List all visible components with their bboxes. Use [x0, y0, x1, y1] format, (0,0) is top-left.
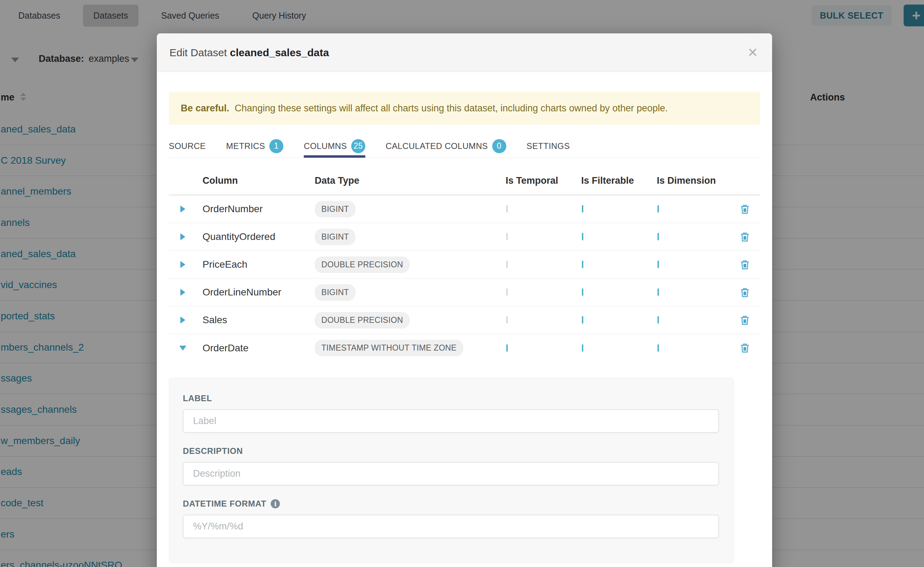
column-name: Sales	[197, 314, 309, 326]
edit-dataset-modal: Edit Dataset cleaned_sales_data ✕ Be car…	[157, 33, 772, 567]
collapse-caret-icon[interactable]	[179, 346, 187, 351]
data-type-pill: TIMESTAMP WITHOUT TIME ZONE	[315, 340, 464, 356]
expand-caret-icon[interactable]	[181, 206, 185, 213]
page: Databases Datasets Saved Queries Query H…	[0, 0, 924, 567]
columns-count-badge: 25	[351, 139, 365, 153]
trash-icon	[739, 204, 750, 214]
is-dimension-checkbox[interactable]	[658, 205, 659, 213]
column-row-orderdate: OrderDate TIMESTAMP WITHOUT TIME ZONE	[169, 334, 760, 362]
column-row-priceeach: PriceEach DOUBLE PRECISION	[169, 251, 760, 279]
expand-caret-icon[interactable]	[181, 261, 185, 268]
metrics-count-badge: 1	[269, 139, 283, 153]
is-temporal-checkbox[interactable]	[506, 261, 508, 268]
calculated-columns-count-badge: 0	[492, 139, 506, 153]
tab-source[interactable]: SOURCE	[169, 135, 206, 158]
is-filterable-checkbox[interactable]	[582, 205, 583, 213]
data-type-pill: DOUBLE PRECISION	[315, 312, 409, 328]
expand-caret-icon[interactable]	[181, 233, 185, 240]
is-temporal-checkbox[interactable]	[506, 205, 508, 213]
tab-label: CALCULATED COLUMNS	[386, 141, 488, 151]
column-row-ordernumber: OrderNumber BIGINT	[169, 195, 760, 223]
is-dimension-checkbox[interactable]	[658, 261, 659, 268]
tab-label: SOURCE	[169, 141, 206, 151]
is-temporal-checkbox[interactable]	[506, 316, 508, 324]
is-dimension-checkbox[interactable]	[658, 344, 659, 352]
datetime-format-field-title: DATETIME FORMAT	[183, 499, 718, 508]
modal-title: Edit Dataset cleaned_sales_data	[170, 47, 329, 58]
is-filterable-checkbox[interactable]	[582, 233, 583, 240]
info-icon[interactable]	[271, 499, 280, 508]
delete-column-button[interactable]	[730, 287, 760, 298]
is-dimension-checkbox[interactable]	[658, 288, 659, 296]
column-row-orderlinenumber: OrderLineNumber BIGINT	[169, 279, 760, 306]
is-dimension-checkbox[interactable]	[658, 316, 659, 324]
expand-caret-icon[interactable]	[181, 316, 185, 324]
is-temporal-checkbox[interactable]	[506, 288, 508, 296]
data-type-pill: BIGINT	[315, 229, 355, 245]
tab-label: METRICS	[226, 141, 265, 151]
modal-tabs: SOURCE METRICS 1 COLUMNS 25 CALCULATED C…	[169, 135, 760, 158]
delete-column-button[interactable]	[730, 204, 760, 214]
column-name: PriceEach	[197, 259, 309, 270]
column-row-quantityordered: QuantityOrdered BIGINT	[169, 223, 760, 251]
modal-title-prefix: Edit Dataset	[170, 47, 227, 58]
trash-icon	[739, 342, 750, 353]
tab-columns[interactable]: COLUMNS 25	[304, 135, 365, 158]
trash-icon	[739, 287, 750, 298]
delete-column-button[interactable]	[730, 315, 760, 326]
is-filterable-checkbox[interactable]	[582, 288, 583, 296]
tab-settings[interactable]: SETTINGS	[527, 135, 570, 158]
warning-banner: Be careful. Changing these settings will…	[169, 92, 760, 125]
modal-dataset-name: cleaned_sales_data	[230, 47, 329, 58]
tab-calculated-columns[interactable]: CALCULATED COLUMNS 0	[386, 135, 506, 158]
modal-header: Edit Dataset cleaned_sales_data ✕	[157, 33, 772, 72]
tab-label: COLUMNS	[304, 141, 347, 151]
columns-table-header: Column Data Type Is Temporal Is Filterab…	[169, 158, 760, 195]
column-row-sales: Sales DOUBLE PRECISION	[169, 306, 760, 334]
delete-column-button[interactable]	[730, 259, 760, 270]
label-input[interactable]	[183, 409, 719, 433]
delete-column-button[interactable]	[730, 342, 760, 353]
trash-icon	[739, 259, 750, 270]
column-name: OrderDate	[197, 342, 309, 354]
tab-label: SETTINGS	[527, 141, 570, 151]
label-field-title: LABEL	[183, 393, 718, 403]
datetime-format-input[interactable]	[183, 514, 719, 538]
column-name: OrderLineNumber	[197, 286, 309, 298]
data-type-pill: BIGINT	[315, 284, 355, 301]
is-filterable-checkbox[interactable]	[582, 316, 583, 324]
columns-table: Column Data Type Is Temporal Is Filterab…	[169, 158, 760, 362]
column-name: OrderNumber	[197, 203, 309, 214]
column-name: QuantityOrdered	[197, 231, 309, 242]
column-detail-panel: LABEL DESCRIPTION DATETIME FORMAT	[169, 378, 734, 563]
expand-caret-icon[interactable]	[181, 289, 185, 296]
is-dimension-checkbox[interactable]	[658, 233, 659, 240]
description-input[interactable]	[183, 462, 719, 486]
delete-column-button[interactable]	[730, 231, 760, 242]
is-filterable-checkbox[interactable]	[582, 344, 583, 352]
data-type-pill: DOUBLE PRECISION	[315, 256, 409, 273]
close-icon[interactable]: ✕	[748, 46, 758, 59]
header-is-temporal: Is Temporal	[503, 175, 578, 186]
description-field-title: DESCRIPTION	[183, 446, 718, 456]
data-type-pill: BIGINT	[315, 201, 355, 218]
modal-body: Be careful. Changing these settings will…	[157, 92, 772, 563]
tab-metrics[interactable]: METRICS 1	[226, 135, 283, 158]
header-is-filterable: Is Filterable	[578, 175, 654, 186]
is-temporal-checkbox[interactable]	[506, 233, 508, 240]
trash-icon	[739, 231, 750, 242]
trash-icon	[739, 315, 750, 326]
header-data-type: Data Type	[309, 175, 503, 186]
header-column: Column	[197, 175, 309, 186]
is-filterable-checkbox[interactable]	[582, 261, 583, 268]
header-is-dimension: Is Dimension	[654, 175, 730, 186]
warning-bold: Be careful.	[181, 103, 229, 114]
is-temporal-checkbox[interactable]	[506, 344, 508, 352]
warning-text: Changing these settings will affect all …	[235, 103, 668, 114]
